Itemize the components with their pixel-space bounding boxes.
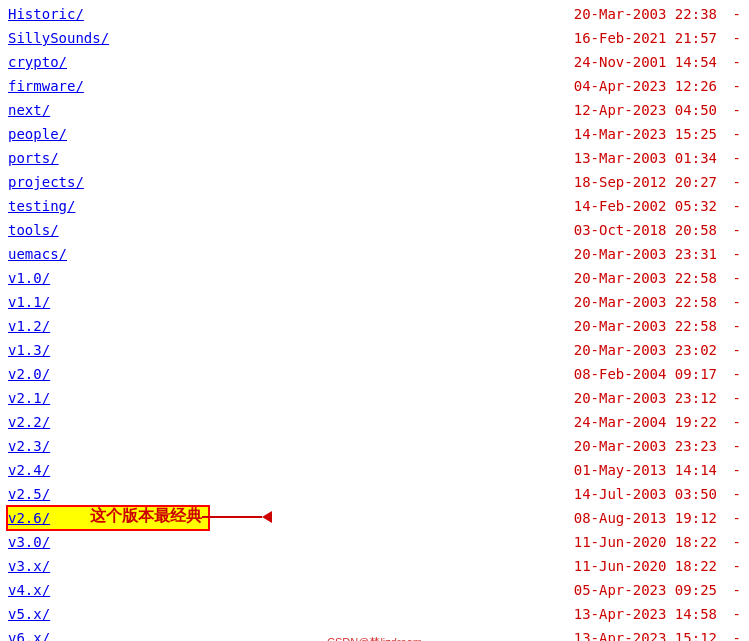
table-row: testing/14-Feb-2002 05:32- <box>0 194 749 218</box>
file-size: - <box>721 579 741 601</box>
table-row: v2.3/20-Mar-2003 23:23- <box>0 434 749 458</box>
table-row: ports/13-Mar-2003 01:34- <box>0 146 749 170</box>
file-date: 05-Apr-2023 09:25 <box>541 579 721 601</box>
file-size: - <box>721 3 741 25</box>
table-row: tools/03-Oct-2018 20:58- <box>0 218 749 242</box>
file-date: 01-May-2013 14:14 <box>541 459 721 481</box>
file-date: 08-Feb-2004 09:17 <box>541 363 721 385</box>
file-date: 20-Mar-2003 22:38 <box>541 3 721 25</box>
file-date: 20-Mar-2003 22:58 <box>541 267 721 289</box>
file-link[interactable]: v6.x/ <box>8 627 208 641</box>
file-size: - <box>721 219 741 241</box>
file-size: - <box>721 387 741 409</box>
file-link[interactable]: people/ <box>8 123 208 145</box>
file-link[interactable]: crypto/ <box>8 51 208 73</box>
file-link[interactable]: v2.6/ <box>8 507 208 529</box>
file-date: 13-Apr-2023 14:58 <box>541 603 721 625</box>
file-date: 20-Mar-2003 23:12 <box>541 387 721 409</box>
file-size: - <box>721 339 741 361</box>
file-size: - <box>721 291 741 313</box>
file-date: 03-Oct-2018 20:58 <box>541 219 721 241</box>
file-date: 11-Jun-2020 18:22 <box>541 531 721 553</box>
file-date: 13-Apr-2023 15:12 <box>541 627 721 641</box>
file-link[interactable]: v2.4/ <box>8 459 208 481</box>
file-link[interactable]: firmware/ <box>8 75 208 97</box>
table-row: projects/18-Sep-2012 20:27- <box>0 170 749 194</box>
file-size: - <box>721 27 741 49</box>
file-link[interactable]: v1.1/ <box>8 291 208 313</box>
table-row: v1.1/20-Mar-2003 22:58- <box>0 290 749 314</box>
file-link[interactable]: SillySounds/ <box>8 27 208 49</box>
table-row: v2.2/24-Mar-2004 19:22- <box>0 410 749 434</box>
file-size: - <box>721 75 741 97</box>
file-date: 20-Mar-2003 22:58 <box>541 315 721 337</box>
file-link[interactable]: projects/ <box>8 171 208 193</box>
file-date: 20-Mar-2003 23:02 <box>541 339 721 361</box>
table-row: firmware/04-Apr-2023 12:26- <box>0 74 749 98</box>
file-size: - <box>721 51 741 73</box>
table-row: SillySounds/16-Feb-2021 21:57- <box>0 26 749 50</box>
file-link[interactable]: v1.2/ <box>8 315 208 337</box>
file-date: 18-Sep-2012 20:27 <box>541 171 721 193</box>
file-size: - <box>721 99 741 121</box>
file-size: - <box>721 555 741 577</box>
file-date: 16-Feb-2021 21:57 <box>541 27 721 49</box>
file-size: - <box>721 243 741 265</box>
file-link[interactable]: v1.3/ <box>8 339 208 361</box>
file-size: - <box>721 483 741 505</box>
table-row: v5.x/13-Apr-2023 14:58- <box>0 602 749 626</box>
file-link[interactable]: v2.0/ <box>8 363 208 385</box>
table-row: v4.x/05-Apr-2023 09:25- <box>0 578 749 602</box>
file-link[interactable]: next/ <box>8 99 208 121</box>
file-link[interactable]: v4.x/ <box>8 579 208 601</box>
file-date: 20-Mar-2003 22:58 <box>541 291 721 313</box>
file-date: 08-Aug-2013 19:12 <box>541 507 721 529</box>
file-link[interactable]: v2.1/ <box>8 387 208 409</box>
table-row: crypto/24-Nov-2001 14:54- <box>0 50 749 74</box>
file-size: - <box>721 531 741 553</box>
table-row: v2.0/08-Feb-2004 09:17- <box>0 362 749 386</box>
file-size: - <box>721 411 741 433</box>
file-link[interactable]: v2.3/ <box>8 435 208 457</box>
table-row: v3.x/11-Jun-2020 18:22- <box>0 554 749 578</box>
file-link[interactable]: v5.x/ <box>8 603 208 625</box>
file-link[interactable]: v3.x/ <box>8 555 208 577</box>
table-row: v2.1/20-Mar-2003 23:12- <box>0 386 749 410</box>
table-row: v1.2/20-Mar-2003 22:58- <box>0 314 749 338</box>
file-date: 11-Jun-2020 18:22 <box>541 555 721 577</box>
file-size: - <box>721 315 741 337</box>
file-size: - <box>721 459 741 481</box>
table-row: people/14-Mar-2023 15:25- <box>0 122 749 146</box>
file-link[interactable]: v2.2/ <box>8 411 208 433</box>
file-size: - <box>721 171 741 193</box>
table-row: Historic/20-Mar-2003 22:38- <box>0 2 749 26</box>
file-size: - <box>721 363 741 385</box>
file-date: 14-Jul-2003 03:50 <box>541 483 721 505</box>
table-row: v2.5/14-Jul-2003 03:50- <box>0 482 749 506</box>
file-size: - <box>721 507 741 529</box>
file-link[interactable]: v3.0/ <box>8 531 208 553</box>
file-link[interactable]: testing/ <box>8 195 208 217</box>
file-date: 14-Feb-2002 05:32 <box>541 195 721 217</box>
file-date: 20-Mar-2003 23:23 <box>541 435 721 457</box>
file-size: - <box>721 627 741 641</box>
file-size: - <box>721 147 741 169</box>
file-size: - <box>721 603 741 625</box>
file-link[interactable]: v1.0/ <box>8 267 208 289</box>
file-size: - <box>721 267 741 289</box>
file-date: 24-Nov-2001 14:54 <box>541 51 721 73</box>
file-link[interactable]: Historic/ <box>8 3 208 25</box>
watermark: CSDN@梦lizdream <box>327 635 422 641</box>
table-row: next/12-Apr-2023 04:50- <box>0 98 749 122</box>
file-date: 24-Mar-2004 19:22 <box>541 411 721 433</box>
file-size: - <box>721 123 741 145</box>
file-link[interactable]: uemacs/ <box>8 243 208 265</box>
table-row: v2.4/01-May-2013 14:14- <box>0 458 749 482</box>
file-date: 20-Mar-2003 23:31 <box>541 243 721 265</box>
file-link[interactable]: tools/ <box>8 219 208 241</box>
file-link[interactable]: v2.5/ <box>8 483 208 505</box>
file-link[interactable]: ports/ <box>8 147 208 169</box>
file-date: 14-Mar-2023 15:25 <box>541 123 721 145</box>
table-row: v1.3/20-Mar-2003 23:02- <box>0 338 749 362</box>
table-row: uemacs/20-Mar-2003 23:31- <box>0 242 749 266</box>
